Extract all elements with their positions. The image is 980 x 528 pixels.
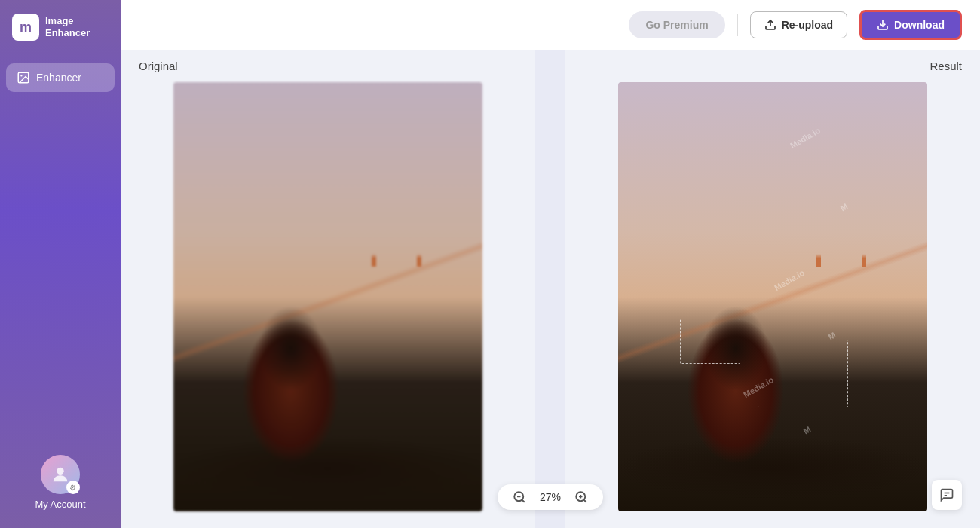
reupload-label: Re-upload xyxy=(782,19,833,31)
zoom-in-icon xyxy=(574,490,588,504)
note-button[interactable] xyxy=(932,480,962,510)
watermark-6: M xyxy=(802,425,813,436)
watermark-4: M xyxy=(826,330,837,341)
avatar[interactable]: ⚙ xyxy=(41,455,80,494)
watermark-1: Media.io xyxy=(788,126,821,150)
main-content: Go Premium Re-upload Download Original xyxy=(121,0,980,528)
note-icon xyxy=(939,487,954,502)
settings-badge: ⚙ xyxy=(66,481,80,494)
logo-icon: m xyxy=(12,14,39,41)
logo-text: Image Enhancer xyxy=(45,15,90,38)
svg-point-1 xyxy=(20,75,22,76)
download-label: Download xyxy=(894,19,945,31)
original-image xyxy=(173,82,482,511)
account-area: ⚙ My Account xyxy=(35,455,85,510)
svg-line-9 xyxy=(583,499,586,502)
sidebar-item-enhancer[interactable]: Enhancer xyxy=(6,63,115,92)
result-panel: Result Media.io M Media.io M Media.io M xyxy=(565,50,980,528)
watermark-2: M xyxy=(839,201,850,212)
zoom-level: 27% xyxy=(537,491,564,503)
premium-button[interactable]: Go Premium xyxy=(629,11,724,38)
logo-area: m Image Enhancer xyxy=(0,0,121,54)
result-image-container: Media.io M Media.io M Media.io M xyxy=(565,50,980,528)
result-image: Media.io M Media.io M Media.io M xyxy=(618,82,927,511)
header-divider xyxy=(737,14,738,36)
svg-point-2 xyxy=(57,468,63,475)
panel-divider xyxy=(535,50,565,528)
header: Go Premium Re-upload Download xyxy=(121,0,980,50)
reupload-button[interactable]: Re-upload xyxy=(750,11,847,38)
download-icon xyxy=(877,19,889,31)
svg-line-6 xyxy=(522,499,524,502)
enhancer-icon xyxy=(17,71,30,84)
zoom-in-button[interactable] xyxy=(573,490,590,504)
reupload-icon xyxy=(764,19,776,31)
sidebar-item-enhancer-label: Enhancer xyxy=(36,72,81,84)
selection-box-1 xyxy=(758,340,848,407)
original-panel: Original xyxy=(121,50,535,528)
download-button[interactable]: Download xyxy=(859,10,962,40)
original-label: Original xyxy=(139,60,178,72)
watermark-3: Media.io xyxy=(773,267,806,291)
original-image-container xyxy=(121,50,535,528)
zoom-controls: 27% xyxy=(498,484,603,510)
account-label: My Account xyxy=(35,499,85,510)
sidebar: m Image Enhancer Enhancer ⚙ My Account xyxy=(0,0,121,528)
zoom-out-icon xyxy=(513,490,526,504)
zoom-out-button[interactable] xyxy=(511,490,528,504)
watermark-overlay: Media.io M Media.io M Media.io M xyxy=(618,82,927,511)
watermark-5: Media.io xyxy=(742,375,775,399)
result-label: Result xyxy=(929,60,962,72)
selection-box-2 xyxy=(680,319,740,364)
sidebar-nav: Enhancer xyxy=(0,57,121,98)
comparison-area: Original Result Media.io M Media.io M Me… xyxy=(121,50,980,528)
